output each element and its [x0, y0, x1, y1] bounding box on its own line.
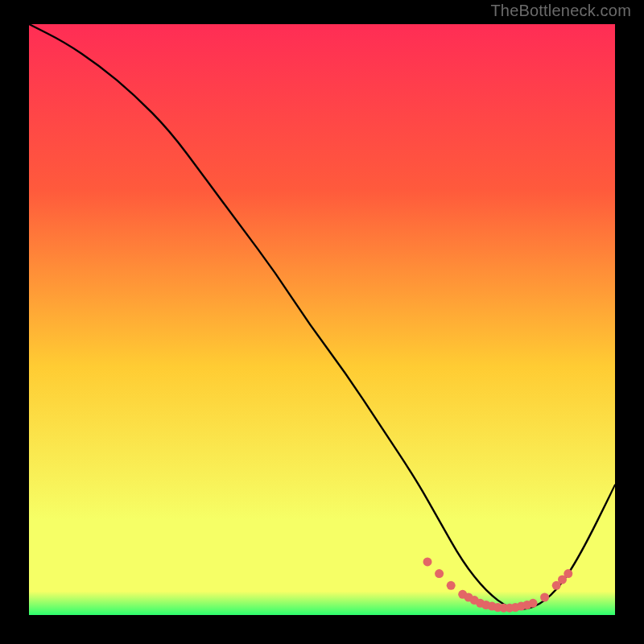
scatter-dot — [564, 569, 572, 578]
scatter-dot — [540, 593, 549, 602]
chart-svg — [29, 24, 615, 615]
scatter-dot — [435, 569, 444, 578]
attribution-label: TheBottleneck.com — [490, 2, 631, 20]
gradient-heatmap-background — [29, 24, 615, 615]
scatter-dot — [529, 599, 538, 608]
chart-plot-area — [29, 24, 615, 615]
scatter-dot — [423, 557, 432, 566]
chart-container: TheBottleneck.com — [0, 0, 644, 644]
scatter-dot — [447, 581, 456, 590]
